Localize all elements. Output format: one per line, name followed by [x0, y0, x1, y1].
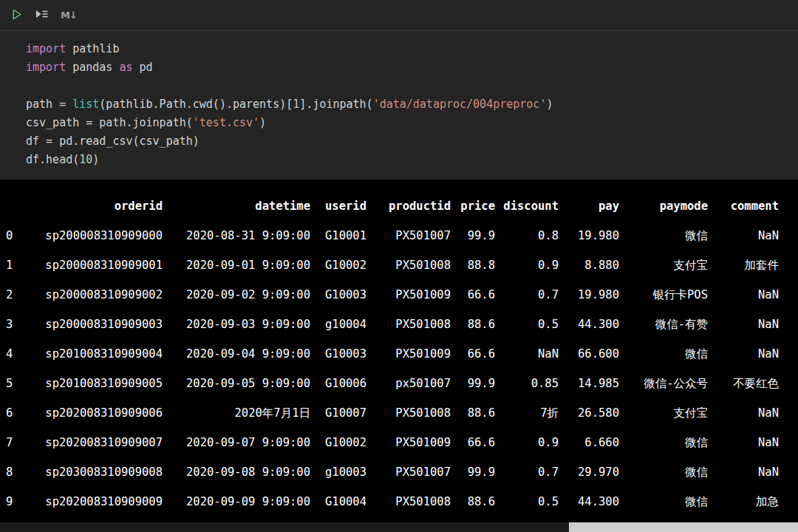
table-cell: 0.8	[495, 221, 559, 250]
table-cell: 19.980	[559, 280, 619, 310]
table-cell: sp203008310909008	[28, 457, 163, 487]
table-cell: 微信	[619, 339, 708, 369]
run-below-button[interactable]	[30, 5, 53, 25]
table-cell: sp201008310909005	[28, 369, 163, 398]
table-cell: 88.6	[451, 310, 495, 339]
table-cell: 66.6	[451, 280, 495, 310]
row-index: 1	[6, 250, 28, 280]
table-cell: NaN	[708, 428, 779, 457]
table-cell: 0.7	[495, 280, 559, 310]
table-cell: G10003	[310, 280, 366, 310]
table-cell: NaN	[708, 339, 779, 369]
table-cell: G10006	[310, 369, 366, 398]
cell-output: orderiddatetimeuseridproductidpricedisco…	[0, 180, 798, 516]
table-cell: 2020-09-03 9:09:00	[163, 310, 310, 339]
table-cell: 99.9	[451, 221, 495, 250]
code-line: import pathlib	[26, 40, 798, 58]
column-header: datetime	[163, 191, 310, 221]
table-row: 6sp2020083109090062020年7月1日G10007PX50100…	[6, 398, 779, 428]
code-editor[interactable]: import pathlibimport pandas as pd path =…	[0, 31, 798, 180]
table-cell: NaN	[708, 280, 779, 310]
table-cell: NaN	[708, 398, 779, 428]
table-cell: G10001	[310, 221, 366, 250]
code-block: import pathlibimport pandas as pd path =…	[26, 40, 798, 169]
notebook-window: M↓ import pathlibimport pandas as pd pat…	[0, 0, 798, 516]
table-cell: 微信	[619, 428, 708, 457]
table-cell: 19.980	[559, 221, 619, 250]
table-cell: 2020年7月1日	[163, 398, 310, 428]
row-index: 0	[6, 221, 28, 250]
table-cell: PX501007	[366, 457, 451, 487]
table-cell: G10002	[310, 250, 366, 280]
table-cell: 2020-09-02 9:09:00	[163, 280, 310, 310]
markdown-cell-button[interactable]: M↓	[56, 7, 81, 24]
markdown-cell-icon: M↓	[61, 10, 77, 21]
code-line: path = list(pathlib.Path.cwd().parents)[…	[26, 95, 798, 114]
code-line: df.head(10)	[26, 151, 798, 169]
row-index: 9	[6, 487, 28, 516]
horizontal-scrollbar-thumb[interactable]	[569, 522, 798, 532]
table-cell: PX501008	[366, 310, 451, 339]
table-cell: sp200008310909002	[28, 280, 163, 310]
row-index: 6	[6, 398, 28, 428]
code-line: import pandas as pd	[26, 58, 798, 77]
dataframe-header: orderiddatetimeuseridproductidpricedisco…	[6, 191, 779, 221]
table-cell: 支付宝	[619, 250, 708, 280]
table-cell: 0.7	[495, 457, 559, 487]
table-cell: 44.300	[559, 487, 619, 516]
table-cell: g10004	[310, 310, 366, 339]
table-cell: 44.300	[559, 310, 619, 339]
table-cell: 66.6	[451, 339, 495, 369]
table-cell: PX501008	[366, 398, 451, 428]
table-cell: PX501009	[366, 428, 451, 457]
table-cell: sp201008310909004	[28, 339, 163, 369]
table-cell: 2020-09-09 9:09:00	[163, 487, 310, 516]
table-cell: 银行卡POS	[619, 280, 708, 310]
table-cell: 微信-公众号	[619, 369, 708, 398]
table-row: 0sp2000083109090002020-08-31 9:09:00G100…	[6, 221, 779, 250]
table-cell: 微信	[619, 487, 708, 516]
table-cell: 加急	[708, 487, 779, 516]
table-cell: sp200008310909000	[28, 221, 163, 250]
run-below-icon	[35, 8, 49, 22]
table-cell: 微信	[619, 221, 708, 250]
table-cell: NaN	[708, 457, 779, 487]
table-cell: 88.8	[451, 250, 495, 280]
table-row: 5sp2010083109090052020-09-05 9:09:00G100…	[6, 369, 779, 398]
table-cell: NaN	[708, 310, 779, 339]
table-cell: px501007	[366, 369, 451, 398]
run-cell-icon	[10, 8, 23, 23]
table-cell: sp200008310909001	[28, 250, 163, 280]
notebook-cell-toolbar: M↓	[0, 0, 798, 31]
table-cell: 14.985	[559, 369, 619, 398]
table-cell: 2020-09-08 9:09:00	[163, 457, 310, 487]
table-cell: 微信-有赞	[619, 310, 708, 339]
table-cell: PX501009	[366, 280, 451, 310]
horizontal-scrollbar[interactable]	[0, 522, 798, 532]
table-row: 1sp2000083109090012020-09-01 9:09:00G100…	[6, 250, 779, 280]
table-cell: 99.9	[451, 457, 495, 487]
row-index: 8	[6, 457, 28, 487]
table-cell: 0.9	[495, 250, 559, 280]
table-cell: g10003	[310, 457, 366, 487]
table-cell: NaN	[708, 221, 779, 250]
column-header: price	[451, 191, 495, 221]
table-cell: PX501008	[366, 250, 451, 280]
table-cell: PX501008	[366, 487, 451, 516]
table-row: 2sp2000083109090022020-09-02 9:09:00G100…	[6, 280, 779, 310]
column-header	[6, 191, 28, 221]
table-cell: 8.880	[559, 250, 619, 280]
code-line: csv_path = path.joinpath('test.csv')	[26, 114, 798, 132]
table-cell: 不要红色	[708, 369, 779, 398]
table-cell: G10007	[310, 398, 366, 428]
table-cell: 2020-09-01 9:09:00	[163, 250, 310, 280]
row-index: 3	[6, 310, 28, 339]
table-cell: 0.85	[495, 369, 559, 398]
table-cell: sp202008310909007	[28, 428, 163, 457]
table-cell: 99.9	[451, 369, 495, 398]
table-cell: NaN	[495, 339, 559, 369]
table-cell: PX501007	[366, 221, 451, 250]
run-cell-button[interactable]	[6, 5, 27, 26]
table-cell: PX501009	[366, 339, 451, 369]
table-cell: 88.6	[451, 487, 495, 516]
